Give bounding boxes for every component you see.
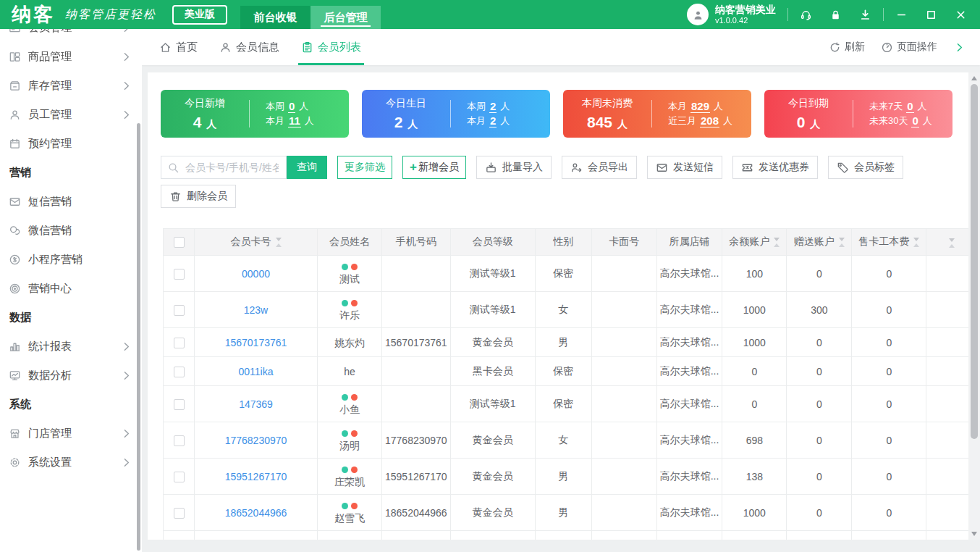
sidebar-item-inventory[interactable]: 库存管理	[0, 71, 142, 100]
sidebar-item-settings[interactable]: 系统设置	[0, 448, 142, 477]
cell-cardface	[591, 459, 656, 495]
close-button[interactable]	[955, 9, 967, 21]
member-list-panel: 今日新增4人本周0人本月11人今日生日2人本周2人本月2人本周未消费845人本月…	[148, 72, 980, 540]
sidebar-item-miniprogram[interactable]: 小程序营销	[0, 245, 142, 274]
add-member-button[interactable]: + 新增会员	[402, 156, 466, 179]
cell-balance: 0	[722, 386, 787, 422]
goods-icon	[9, 51, 21, 63]
more-filters-button[interactable]: 更多筛选	[337, 156, 392, 179]
cell-phone: 17768230970	[382, 422, 451, 459]
row-checkbox[interactable]	[174, 399, 185, 410]
list-icon	[301, 41, 313, 54]
sidebar-item-member-card[interactable]: 会员管理	[0, 29, 142, 42]
stat-value: 845	[587, 114, 612, 130]
sidebar-item-goods[interactable]: 商品管理	[0, 42, 142, 71]
row-checkbox[interactable]	[174, 435, 185, 446]
sidebar-item-store[interactable]: 门店管理	[0, 419, 142, 448]
sort-icon[interactable]	[774, 238, 780, 247]
tab-member[interactable]: 会员信息	[219, 29, 279, 65]
cell-cardface	[591, 386, 656, 422]
column-header-balance[interactable]: 余额账户	[722, 229, 787, 256]
customer-service-icon[interactable]	[800, 9, 812, 21]
select-all-checkbox[interactable]	[174, 237, 185, 248]
wechat-icon	[9, 225, 21, 237]
row-checkbox[interactable]	[174, 269, 185, 280]
tab-list[interactable]: 会员列表	[301, 29, 361, 65]
sms-icon	[9, 196, 21, 208]
sidebar-item-target[interactable]: 营销中心	[0, 274, 142, 303]
sort-icon[interactable]	[276, 238, 282, 247]
sort-icon[interactable]	[913, 238, 919, 247]
cell-card[interactable]: 17768230970	[195, 422, 318, 459]
stat-sub-value: 0	[906, 101, 913, 113]
sidebar-item-sms[interactable]: 短信营销	[0, 187, 142, 216]
row-checkbox[interactable]	[174, 338, 185, 348]
scroll-up-arrow[interactable]	[971, 76, 977, 80]
sidebar-item-report[interactable]: 统计报表	[0, 332, 142, 361]
scroll-down-arrow[interactable]	[971, 532, 977, 536]
minimize-button[interactable]	[895, 9, 908, 21]
cell-card[interactable]: 123w	[195, 292, 318, 328]
stat-sub-value: 0	[911, 115, 918, 127]
export-button[interactable]: 会员导出	[562, 156, 637, 179]
cell-balance: 698	[722, 422, 787, 459]
sidebar-item-label: 营销中心	[28, 282, 72, 296]
tab-front-cashier[interactable]: 前台收银	[240, 6, 311, 29]
edition-badge[interactable]: 美业版	[172, 5, 227, 25]
refresh-button[interactable]: 刷新	[829, 41, 865, 54]
member-tag-dots	[321, 430, 379, 437]
cell-card[interactable]: 15670173761	[195, 328, 318, 357]
query-button[interactable]: 查询	[287, 156, 327, 179]
cell-card[interactable]: 00000	[195, 256, 318, 292]
tag-button[interactable]: 会员标签	[828, 156, 903, 179]
tab-home[interactable]: 首页	[159, 29, 198, 65]
cell-level: 黄金会员	[450, 422, 535, 459]
column-header-card[interactable]: 会员卡号	[195, 229, 318, 256]
lock-icon[interactable]	[829, 9, 842, 21]
cell-balance: 1000	[722, 328, 787, 357]
download-icon[interactable]	[859, 9, 871, 21]
sidebar-item-analysis[interactable]: 数据分析	[0, 361, 142, 390]
stat-sub-value: 0	[288, 101, 295, 113]
import-button[interactable]: 批量导入	[476, 156, 552, 179]
row-checkbox[interactable]	[174, 367, 185, 377]
sidebar-scrollbar-thumb[interactable]	[137, 123, 140, 551]
cell-card[interactable]: 15951267170	[195, 459, 318, 495]
maximize-button[interactable]	[925, 9, 937, 21]
row-checkbox[interactable]	[174, 508, 185, 519]
cell-name: 小鱼	[318, 386, 382, 422]
cell-store: 高尔夫球馆...	[656, 422, 722, 459]
row-checkbox[interactable]	[174, 305, 185, 316]
cell-store: 高尔夫球馆...	[656, 292, 722, 328]
plus-icon: +	[410, 160, 417, 175]
tag-dot-red	[351, 300, 358, 306]
scrollbar-thumb[interactable]	[971, 84, 978, 439]
page-operations-button[interactable]: 页面操作	[881, 41, 937, 54]
column-header-extra[interactable]	[926, 229, 973, 256]
chevron-right-icon[interactable]	[953, 41, 966, 54]
coupon-button[interactable]: 发送优惠券	[732, 156, 818, 179]
sidebar-item-wechat[interactable]: 微信营销	[0, 216, 142, 245]
search-box	[161, 156, 287, 179]
sort-icon[interactable]	[839, 238, 845, 247]
cell-card[interactable]: 18652044966	[195, 495, 318, 531]
button-label: 批量导入	[502, 161, 543, 174]
row-checkbox[interactable]	[174, 472, 185, 482]
sort-icon[interactable]	[949, 238, 955, 248]
stat-title: 今日新增	[161, 97, 249, 110]
cell-phone	[382, 292, 451, 328]
column-header-gift[interactable]: 赠送账户	[787, 229, 852, 256]
send-sms-button[interactable]: 发送短信	[647, 156, 722, 179]
sidebar-item-staff[interactable]: 员工管理	[0, 100, 142, 129]
cell-balance: 1000	[722, 495, 787, 531]
vertical-scrollbar[interactable]	[968, 72, 980, 540]
cell-card[interactable]: 147369	[195, 386, 318, 422]
stat-sub-label: 本月	[467, 115, 486, 127]
delete-member-button[interactable]: 删除会员	[161, 185, 236, 208]
sidebar-item-calendar[interactable]: 预约管理	[0, 129, 142, 158]
cell-card[interactable]	[195, 531, 318, 540]
search-input[interactable]	[184, 161, 280, 174]
column-header-fee[interactable]: 售卡工本费	[852, 229, 926, 256]
cell-card[interactable]: 0011ika	[195, 357, 318, 386]
tab-backend-admin[interactable]: 后台管理	[311, 6, 381, 29]
